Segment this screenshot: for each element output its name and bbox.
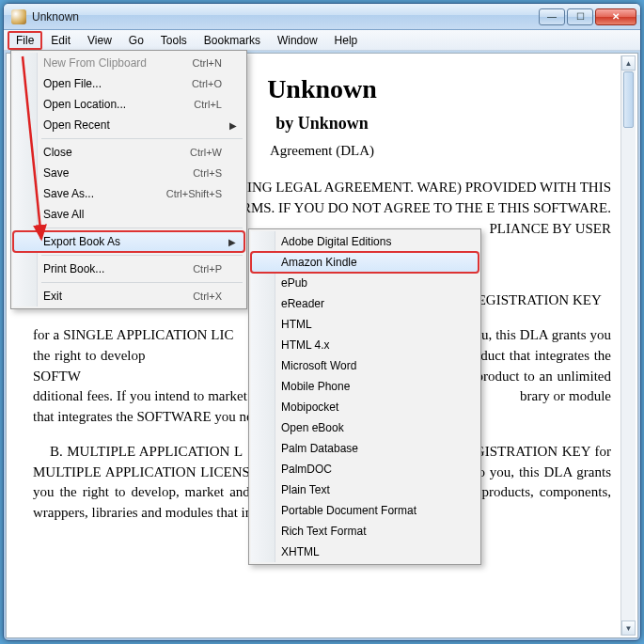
- export-menu-item[interactable]: Portable Document Format: [251, 500, 479, 521]
- menu-item-shortcut: Ctrl+S: [193, 167, 222, 179]
- file-menu-item[interactable]: Open Location...Ctrl+L: [13, 94, 244, 115]
- menu-separator: [41, 282, 243, 283]
- submenu-arrow-icon: ▶: [228, 237, 236, 247]
- export-menu-item[interactable]: Mobipocket: [251, 397, 479, 417]
- menu-item-label: XHTML: [281, 545, 456, 558]
- file-menu-item[interactable]: SaveCtrl+S: [13, 163, 244, 183]
- menu-item-label: Plain Text: [281, 483, 456, 496]
- export-menu-item[interactable]: Plain Text: [251, 479, 479, 500]
- export-menu-item[interactable]: Palm Database: [251, 438, 479, 459]
- file-menu-item[interactable]: Print Book...Ctrl+P: [13, 259, 244, 279]
- menu-item-shortcut: Ctrl+O: [192, 78, 222, 89]
- scroll-up-button[interactable]: ▲: [621, 55, 636, 71]
- menu-item-label: Print Book...: [43, 262, 166, 275]
- menubar-edit[interactable]: Edit: [42, 31, 79, 50]
- file-menu-item[interactable]: Export Book As▶: [13, 231, 244, 252]
- menubar-view[interactable]: View: [79, 31, 120, 50]
- menu-separator: [41, 255, 243, 256]
- export-menu-item[interactable]: HTML: [251, 314, 479, 335]
- menu-item-shortcut: Ctrl+N: [193, 57, 222, 69]
- window-buttons: — ☐ ✕: [539, 8, 636, 25]
- menu-item-label: Portable Document Format: [281, 504, 456, 517]
- export-menu-item[interactable]: Open eBook: [251, 417, 479, 438]
- menu-item-label: Mobipocket: [281, 401, 456, 414]
- menu-item-label: eReader: [281, 297, 456, 310]
- menubar-help[interactable]: Help: [326, 31, 367, 50]
- menu-item-label: Amazon Kindle: [281, 256, 456, 269]
- export-menu-item[interactable]: HTML 4.x: [251, 335, 479, 355]
- menu-item-shortcut: Ctrl+W: [190, 147, 222, 158]
- menu-item-label: Save As...: [43, 187, 140, 200]
- file-menu-item[interactable]: Open Recent▶: [13, 115, 244, 135]
- menu-item-shortcut: Ctrl+X: [193, 291, 222, 302]
- minimize-button[interactable]: —: [539, 8, 565, 25]
- app-icon: [11, 9, 26, 24]
- menu-item-label: Open eBook: [281, 421, 456, 434]
- file-menu-item[interactable]: CloseCtrl+W: [13, 142, 244, 163]
- menu-item-label: Rich Text Format: [281, 525, 456, 538]
- window-title: Unknown: [32, 10, 539, 24]
- menubar-tools[interactable]: Tools: [152, 31, 196, 50]
- menu-item-label: PalmDOC: [281, 463, 456, 476]
- menubar-window[interactable]: Window: [269, 31, 326, 50]
- menu-item-label: Microsoft Word: [281, 359, 456, 372]
- export-menu-item[interactable]: ePub: [251, 273, 479, 293]
- export-menu-item[interactable]: XHTML: [251, 542, 479, 562]
- menu-item-shortcut: Ctrl+L: [194, 99, 222, 110]
- export-menu-item[interactable]: Amazon Kindle: [251, 252, 479, 273]
- menu-item-label: New From Clipboard: [43, 56, 166, 70]
- export-menu-item[interactable]: PalmDOC: [251, 459, 479, 479]
- menu-item-label: Open Recent: [43, 118, 222, 132]
- menu-item-label: HTML 4.x: [281, 338, 456, 352]
- close-button[interactable]: ✕: [595, 8, 636, 25]
- file-menu-item: New From ClipboardCtrl+N: [13, 53, 244, 73]
- file-menu-item[interactable]: Save All: [13, 204, 244, 225]
- menu-item-label: Open Location...: [43, 98, 167, 111]
- menu-item-label: HTML: [281, 318, 456, 331]
- menubar: File Edit View Go Tools Bookmarks Window…: [4, 30, 640, 51]
- vertical-scrollbar[interactable]: ▲ ▼: [620, 55, 636, 636]
- export-menu-item[interactable]: Adobe Digital Editions: [251, 231, 479, 252]
- file-menu-item[interactable]: ExitCtrl+X: [13, 286, 244, 306]
- menu-separator: [41, 228, 243, 228]
- menu-item-label: Save All: [43, 208, 222, 221]
- menubar-go[interactable]: Go: [120, 31, 152, 50]
- menu-item-label: Palm Database: [281, 442, 456, 455]
- titlebar[interactable]: Unknown — ☐ ✕: [4, 4, 640, 30]
- menu-item-label: ePub: [281, 276, 456, 290]
- menu-item-label: Export Book As: [43, 235, 222, 248]
- scroll-down-button[interactable]: ▼: [621, 620, 636, 636]
- export-menu-item[interactable]: Mobile Phone: [251, 376, 479, 397]
- maximize-button[interactable]: ☐: [567, 8, 593, 25]
- menu-item-label: Adobe Digital Editions: [281, 235, 456, 248]
- export-menu-item[interactable]: Rich Text Format: [251, 521, 479, 542]
- menu-item-label: Save: [43, 166, 166, 180]
- menubar-file[interactable]: File: [8, 31, 42, 50]
- file-menu: New From ClipboardCtrl+NOpen File...Ctrl…: [10, 50, 247, 309]
- menu-separator: [41, 138, 243, 139]
- export-menu-item[interactable]: Microsoft Word: [251, 355, 479, 376]
- scroll-thumb[interactable]: [623, 71, 634, 128]
- menubar-bookmarks[interactable]: Bookmarks: [196, 31, 269, 50]
- submenu-arrow-icon: ▶: [229, 120, 237, 131]
- menu-item-label: Close: [43, 146, 164, 159]
- menu-item-shortcut: Ctrl+Shift+S: [166, 188, 222, 199]
- scroll-track[interactable]: [621, 71, 636, 620]
- menu-item-label: Mobile Phone: [281, 380, 456, 393]
- file-menu-item[interactable]: Open File...Ctrl+O: [13, 73, 244, 94]
- export-menu-item[interactable]: eReader: [251, 293, 479, 314]
- menu-item-shortcut: Ctrl+P: [193, 263, 222, 275]
- file-menu-item[interactable]: Save As...Ctrl+Shift+S: [13, 183, 244, 204]
- menu-item-label: Open File...: [43, 77, 165, 90]
- export-submenu: Adobe Digital EditionsAmazon KindleePube…: [248, 228, 481, 565]
- menu-item-label: Exit: [43, 290, 166, 303]
